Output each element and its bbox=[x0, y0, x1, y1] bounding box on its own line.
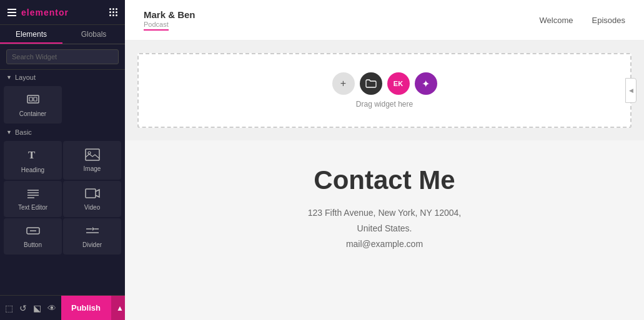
sidebar-header: elementor bbox=[0, 0, 125, 25]
address-line2: United States. bbox=[137, 221, 632, 236]
text-editor-icon bbox=[26, 187, 41, 201]
section-layout-label: Layout bbox=[15, 74, 36, 81]
main-content: Mark & Ben Podcast Welcome Episodes + EK… bbox=[125, 0, 644, 320]
publish-expand-button[interactable]: ▲ bbox=[111, 296, 125, 321]
drag-hint: Drag widget here bbox=[356, 100, 413, 109]
search-input[interactable] bbox=[6, 49, 119, 64]
arrow-icon-basic: ▼ bbox=[6, 129, 12, 135]
widget-container[interactable]: Container bbox=[4, 86, 62, 124]
canvas: + EK ✦ Drag widget here ◀ Contact Me 123… bbox=[125, 41, 644, 320]
grid-menu-icon[interactable] bbox=[109, 8, 117, 16]
brand: Mark & Ben Podcast bbox=[144, 9, 196, 31]
tab-elements[interactable]: Elements bbox=[0, 25, 62, 44]
contact-email: mail@example.com bbox=[137, 236, 632, 252]
arrow-icon: ▼ bbox=[6, 74, 12, 80]
svg-rect-4 bbox=[86, 149, 99, 160]
brand-name: Mark & Ben bbox=[144, 9, 196, 21]
widget-text-editor[interactable]: Text Editor bbox=[4, 181, 62, 217]
button-icon bbox=[26, 225, 41, 239]
video-icon bbox=[85, 187, 100, 201]
responsive-icon[interactable]: ⬕ bbox=[33, 303, 41, 313]
container-label: Container bbox=[19, 110, 46, 117]
sparkle-button[interactable]: ✦ bbox=[415, 72, 437, 95]
section-basic-label: Basic bbox=[15, 128, 32, 136]
heading-icon: T bbox=[26, 147, 41, 164]
footer-icons: ⬚ ↺ ⬕ 👁 bbox=[0, 303, 61, 313]
widget-video[interactable]: Video bbox=[63, 181, 121, 217]
sidebar-tabs: Elements Globals bbox=[0, 25, 125, 44]
svg-rect-2 bbox=[34, 97, 37, 101]
video-label: Video bbox=[84, 204, 100, 211]
ek-button[interactable]: EK bbox=[387, 72, 410, 95]
sidebar: elementor Elements Globals ▼ Layout bbox=[0, 0, 125, 320]
nav-welcome[interactable]: Welcome bbox=[540, 16, 573, 25]
svg-rect-1 bbox=[29, 97, 32, 101]
widget-image[interactable]: Image bbox=[63, 141, 121, 180]
image-label: Image bbox=[84, 165, 101, 172]
hamburger-icon[interactable] bbox=[7, 9, 16, 16]
widget-heading[interactable]: T Heading bbox=[4, 141, 62, 180]
topnav: Mark & Ben Podcast Welcome Episodes bbox=[125, 0, 644, 41]
section-layout-header[interactable]: ▼ Layout bbox=[0, 70, 125, 85]
button-label: Button bbox=[24, 241, 42, 248]
widget-divider[interactable]: Divider bbox=[63, 218, 121, 255]
section-basic-header[interactable]: ▼ Basic bbox=[0, 125, 125, 140]
nav-episodes[interactable]: Episodes bbox=[592, 16, 625, 25]
widget-button[interactable]: Button bbox=[4, 218, 62, 255]
svg-marker-14 bbox=[92, 227, 94, 231]
elementor-logo: elementor bbox=[21, 7, 69, 17]
container-icon bbox=[26, 92, 40, 108]
layers-icon[interactable]: ⬚ bbox=[5, 303, 13, 313]
divider-icon bbox=[85, 225, 100, 239]
brand-underline bbox=[144, 29, 169, 31]
search-box bbox=[0, 44, 125, 70]
history-icon[interactable]: ↺ bbox=[19, 303, 27, 313]
svg-text:T: T bbox=[28, 149, 36, 161]
basic-widget-grid: T Heading Image bbox=[0, 140, 125, 256]
sidebar-footer: ⬚ ↺ ⬕ 👁 Publish ▲ bbox=[0, 295, 125, 320]
svg-rect-10 bbox=[86, 189, 96, 198]
publish-button[interactable]: Publish bbox=[61, 296, 111, 321]
address-line1: 123 Fifth Avenue, New York, NY 12004, bbox=[137, 205, 632, 221]
contact-title: Contact Me bbox=[137, 165, 632, 195]
tab-globals[interactable]: Globals bbox=[62, 25, 125, 44]
collapse-handle[interactable]: ◀ bbox=[625, 78, 637, 103]
contact-section: Contact Me 123 Fifth Avenue, New York, N… bbox=[125, 140, 644, 320]
heading-label: Heading bbox=[21, 167, 44, 173]
image-icon bbox=[85, 148, 100, 163]
text-editor-label: Text Editor bbox=[18, 204, 47, 211]
widget-toolbar: + EK ✦ bbox=[332, 72, 437, 95]
brand-tagline: Podcast bbox=[144, 21, 196, 28]
add-widget-button[interactable]: + bbox=[332, 72, 355, 95]
layout-widget-grid: Container bbox=[0, 85, 125, 125]
divider-label: Divider bbox=[82, 241, 102, 248]
nav-links: Welcome Episodes bbox=[540, 16, 625, 25]
drop-zone[interactable]: + EK ✦ Drag widget here ◀ bbox=[137, 53, 632, 128]
folder-button[interactable] bbox=[360, 72, 382, 95]
eye-icon[interactable]: 👁 bbox=[47, 303, 56, 313]
contact-address: 123 Fifth Avenue, New York, NY 12004, Un… bbox=[137, 205, 632, 253]
